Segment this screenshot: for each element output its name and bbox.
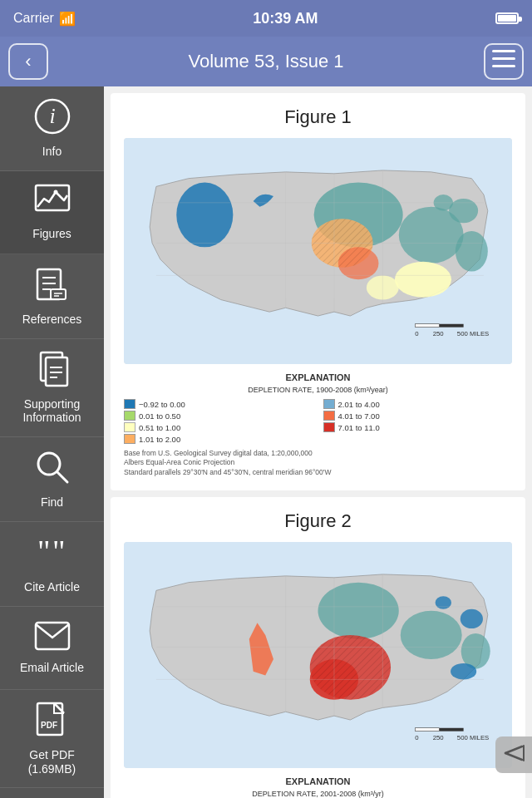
status-bar: Carrier 📶 10:39 AM xyxy=(0,0,532,37)
swatch xyxy=(323,399,335,409)
back-icon: ‹ xyxy=(25,51,31,72)
sidebar-item-supporting-label: SupportingInformation xyxy=(22,397,81,426)
svg-rect-75 xyxy=(523,745,525,761)
svg-text:0: 0 xyxy=(415,734,419,741)
swatch xyxy=(124,399,135,409)
svg-text:i: i xyxy=(49,104,55,128)
legend-item: 2.01 to 4.00 xyxy=(323,399,513,409)
collapse-handle[interactable] xyxy=(495,736,532,773)
svg-point-56 xyxy=(461,608,483,628)
legend-1-grid: −0.92 to 0.00 2.01 to 4.00 0.01 to 0.50 … xyxy=(124,399,512,444)
figure-1-map: 0 250 500 MILES xyxy=(124,138,512,364)
wifi-icon: 📶 xyxy=(59,11,76,27)
references-icon xyxy=(34,266,71,308)
legend-item: 0.01 to 0.50 xyxy=(124,411,313,421)
sidebar-item-supporting[interactable]: SupportingInformation xyxy=(0,339,104,438)
legend-item: −0.92 to 0.00 xyxy=(124,399,313,409)
svg-rect-48 xyxy=(415,324,439,328)
find-icon xyxy=(34,449,71,490)
legend-label: 1.01 to 2.00 xyxy=(139,435,180,444)
legend-label: 4.01 to 7.00 xyxy=(338,411,380,421)
legend-label: 2.01 to 4.00 xyxy=(338,400,380,409)
back-button[interactable]: ‹ xyxy=(8,43,48,80)
svg-rect-11 xyxy=(51,289,66,299)
svg-text:": " xyxy=(52,534,66,569)
svg-text:PDF: PDF xyxy=(41,721,57,730)
sidebar-item-email[interactable]: Email Article xyxy=(0,607,104,690)
legend-1-note: Base from U.S. Geological Survey digital… xyxy=(124,449,512,476)
svg-point-39 xyxy=(449,199,478,223)
sidebar: i Info Figures xyxy=(0,86,104,798)
email-icon xyxy=(34,621,71,656)
sidebar-item-info-label: Info xyxy=(42,145,62,159)
pdf-icon: PDF xyxy=(36,702,69,743)
carrier-label: Carrier xyxy=(13,11,54,26)
svg-rect-69 xyxy=(415,727,439,731)
figure-1-card: Figure 1 xyxy=(111,93,525,490)
legend-item: 0.51 to 1.00 xyxy=(124,422,313,432)
svg-rect-2 xyxy=(492,65,515,67)
svg-point-58 xyxy=(451,663,476,678)
figure-2-legend: EXPLANATION DEPLETION RATE, 2001-2008 (k… xyxy=(124,776,512,798)
legend-1-title: EXPLANATION xyxy=(124,372,512,382)
sidebar-item-find[interactable]: Find xyxy=(0,437,104,522)
time-label: 10:39 AM xyxy=(253,10,318,27)
sidebar-item-figures-label: Figures xyxy=(32,227,71,241)
sidebar-item-find-label: Find xyxy=(41,495,63,510)
svg-text:250: 250 xyxy=(433,734,445,741)
svg-rect-23 xyxy=(36,623,69,649)
svg-point-61 xyxy=(310,634,391,699)
swatch xyxy=(124,411,135,421)
nav-bar: ‹ Volume 53, Issue 1 xyxy=(0,37,532,86)
main-layout: i Info Figures xyxy=(0,86,532,798)
carrier-info: Carrier 📶 xyxy=(13,11,76,27)
swatch xyxy=(124,422,135,432)
svg-point-30 xyxy=(456,231,488,272)
legend-label: 7.01 to 11.0 xyxy=(338,423,380,432)
svg-text:500 MILES: 500 MILES xyxy=(457,330,489,337)
sidebar-item-cite-label: Cite Article xyxy=(24,580,80,594)
sidebar-item-figures[interactable]: Figures xyxy=(0,171,104,254)
svg-line-73 xyxy=(505,746,522,753)
sidebar-item-pdf[interactable]: PDF Get PDF(1.69MB) xyxy=(0,690,104,789)
svg-line-74 xyxy=(505,753,522,760)
sidebar-item-info[interactable]: i Info xyxy=(0,86,104,171)
sidebar-item-cite[interactable]: " " Cite Article xyxy=(0,522,104,607)
svg-point-54 xyxy=(401,610,462,658)
legend-1-subtitle: DEPLETION RATE, 1900-2008 (km³/year) xyxy=(124,386,512,394)
figure-2-map: 0 250 500 MILES xyxy=(124,542,512,768)
svg-rect-0 xyxy=(492,50,515,52)
swatch xyxy=(124,434,135,444)
svg-point-53 xyxy=(318,582,399,638)
supporting-icon xyxy=(34,351,71,392)
legend-label: −0.92 to 0.00 xyxy=(139,400,185,409)
swatch xyxy=(323,411,335,421)
menu-button[interactable] xyxy=(484,43,524,80)
svg-point-57 xyxy=(436,596,451,609)
figure-2-title: Figure 2 xyxy=(124,510,512,532)
svg-rect-1 xyxy=(492,57,515,60)
figure-1-legend: EXPLANATION DEPLETION RATE, 1900-2008 (k… xyxy=(124,372,512,476)
cite-icon: " " xyxy=(34,534,71,575)
figures-icon xyxy=(34,184,71,222)
info-icon: i xyxy=(34,98,71,140)
svg-point-6 xyxy=(53,190,57,194)
svg-point-32 xyxy=(395,262,451,298)
figure-1-title: Figure 1 xyxy=(124,106,512,128)
legend-item: 1.01 to 2.00 xyxy=(124,434,313,444)
battery-icon xyxy=(495,12,519,24)
svg-point-31 xyxy=(176,183,233,248)
sidebar-item-references[interactable]: References xyxy=(0,254,104,339)
svg-text:500 MILES: 500 MILES xyxy=(457,734,489,741)
content-area[interactable]: Figure 1 xyxy=(104,86,532,798)
svg-text:": " xyxy=(37,534,51,569)
legend-2-subtitle: DEPLETION RATE, 2001-2008 (km³/yr) xyxy=(124,790,512,798)
nav-title: Volume 53, Issue 1 xyxy=(188,51,343,72)
sidebar-item-email-label: Email Article xyxy=(20,661,84,675)
sidebar-item-references-label: References xyxy=(22,313,82,327)
svg-text:0: 0 xyxy=(415,330,419,337)
legend-label: 0.51 to 1.00 xyxy=(139,423,180,432)
figure-2-card: Figure 2 xyxy=(111,497,525,798)
sidebar-item-pdf-label: Get PDF(1.69MB) xyxy=(28,748,76,776)
menu-icon xyxy=(492,50,515,73)
